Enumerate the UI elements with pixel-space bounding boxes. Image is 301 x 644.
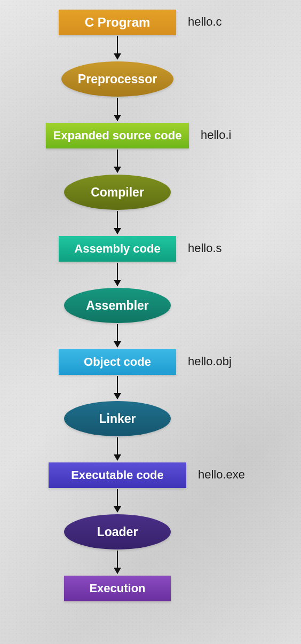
node-label: Loader	[97, 525, 138, 539]
annotation-n8: hello.exe	[198, 468, 245, 482]
arrow-n2-n3	[117, 150, 118, 172]
node-n6: Object code	[59, 349, 176, 375]
annotation-n6: hello.obj	[188, 355, 232, 368]
node-n7: Linker	[64, 401, 171, 436]
node-n4: Assembly code	[59, 236, 176, 262]
node-label: Compiler	[91, 185, 144, 200]
node-n8: Executable code	[49, 462, 186, 488]
node-n3: Compiler	[64, 175, 171, 210]
node-n2: Expanded source code	[46, 123, 189, 148]
arrow-n0-n1	[117, 36, 118, 59]
compilation-flow-diagram: C Programhello.cPreprocessorExpanded sou…	[0, 0, 301, 644]
node-label: Executable code	[71, 468, 164, 482]
node-label: Expanded source code	[53, 129, 182, 143]
annotation-n0: hello.c	[188, 15, 222, 29]
arrow-n4-n5	[117, 263, 118, 286]
node-n5: Assembler	[64, 288, 171, 323]
node-n10: Execution	[64, 576, 171, 601]
node-label: Preprocessor	[78, 72, 157, 87]
arrow-n8-n9	[117, 489, 118, 512]
node-label: Linker	[99, 412, 136, 426]
arrow-n3-n4	[117, 211, 118, 234]
annotation-n4: hello.s	[188, 241, 222, 255]
node-n9: Loader	[64, 514, 171, 549]
node-n0: C Program	[59, 10, 176, 35]
annotation-n2: hello.i	[201, 128, 231, 142]
node-label: Object code	[84, 355, 151, 369]
node-label: Execution	[89, 582, 145, 595]
node-n1: Preprocessor	[61, 61, 173, 97]
arrow-n5-n6	[117, 324, 118, 347]
node-label: Assembler	[86, 299, 149, 313]
arrow-n9-n10	[117, 551, 118, 574]
node-label: C Program	[85, 15, 150, 30]
node-label: Assembly code	[74, 242, 160, 256]
arrow-n7-n8	[117, 437, 118, 460]
arrow-n6-n7	[117, 376, 118, 399]
arrow-n1-n2	[117, 98, 118, 121]
